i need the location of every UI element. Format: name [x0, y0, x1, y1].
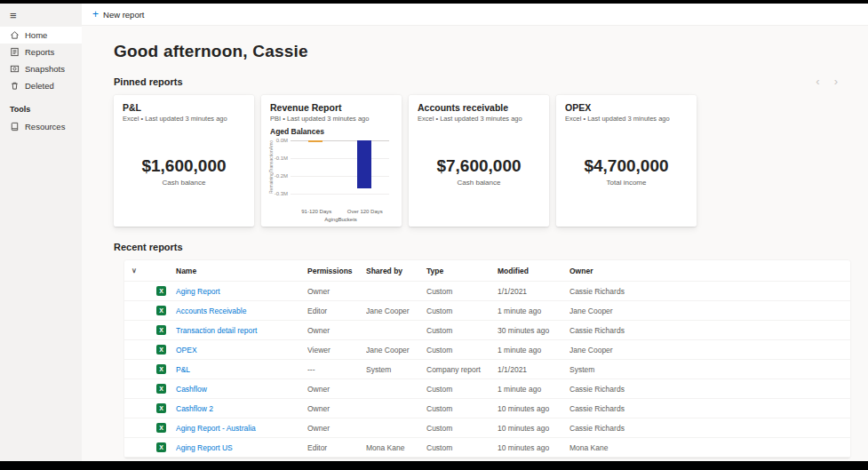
excel-file-icon: X	[156, 345, 166, 354]
chart-plot: 0.0M-0.1M-0.2M-0.3M	[291, 140, 389, 194]
cell-type: Custom	[426, 443, 498, 452]
table-header-row: ∨NamePermissionsShared byTypeModifiedOwn…	[124, 260, 850, 282]
card-value: $1,600,000	[141, 156, 226, 176]
report-name-link[interactable]: Accounts Receivable	[176, 307, 246, 315]
letterbox-bottom	[0, 461, 868, 470]
card-value: $7,600,000	[436, 156, 521, 176]
report-name-link[interactable]: Aging Report - Australia	[176, 424, 256, 433]
select-all-chevron-icon[interactable]: ∨	[131, 267, 156, 275]
recent-reports-title: Recent reports	[114, 242, 183, 252]
gridline	[291, 194, 389, 195]
column-header-name[interactable]: Name	[176, 267, 307, 275]
column-header-modified[interactable]: Modified	[498, 267, 569, 275]
deleted-icon	[10, 81, 20, 91]
card-caption: Cash balance	[163, 179, 206, 187]
report-name-link[interactable]: OPEX	[176, 346, 197, 354]
cell-modified: 1/1/2021	[498, 365, 569, 374]
pinned-card-accounts-receivable[interactable]: Accounts receivableExcel • Last updated …	[409, 95, 549, 227]
cell-modified: 1/1/2021	[498, 287, 569, 296]
cell-modified: 10 minutes ago	[498, 404, 569, 413]
excel-file-icon: X	[156, 286, 166, 296]
home-icon	[10, 30, 20, 40]
cell-permissions: Owner	[307, 404, 366, 413]
sidebar-item-reports[interactable]: Reports	[0, 44, 82, 60]
screen: ≡ HomeReportsSnapshotsDeleted Tools Reso…	[0, 0, 868, 470]
sidebar-item-deleted[interactable]: Deleted	[0, 77, 82, 94]
table-row[interactable]: XP&L---SystemCompany report1/1/2021Syste…	[124, 360, 850, 379]
sidebar-tools-nav: Resources	[0, 118, 82, 135]
topbar: + New report	[82, 4, 868, 26]
card-caption: Total income	[607, 179, 647, 187]
pinned-card-p-l[interactable]: P&LExcel • Last updated 3 minutes ago$1,…	[114, 95, 254, 227]
report-name-link[interactable]: Aging Report US	[176, 443, 233, 452]
excel-file-icon: X	[156, 306, 166, 315]
cell-type: Custom	[426, 424, 498, 433]
cell-modified: 10 minutes ago	[498, 443, 569, 452]
card-title: Revenue Report	[270, 102, 393, 113]
report-name-link[interactable]: Cashflow 2	[176, 404, 213, 413]
table-body: XAging ReportOwnerCustom1/1/2021Cassie R…	[124, 282, 850, 458]
new-report-button[interactable]: + New report	[92, 9, 144, 20]
cell-owner: Cassie Richards	[569, 404, 843, 413]
card-title: P&L	[123, 102, 245, 113]
cell-type: Custom	[426, 346, 498, 354]
sidebar-item-label: Snapshots	[25, 64, 65, 74]
table-row[interactable]: XCashflowOwnerCustom1 minute agoCassie R…	[124, 379, 850, 399]
aged-balances-chart: Aged BalancesRemainingTransactionAmount0…	[261, 123, 402, 227]
pinned-next-button[interactable]: ›	[834, 76, 838, 87]
cell-permissions: Owner	[307, 385, 366, 394]
table-row[interactable]: XOPEXViewerJane CooperCustom1 minute ago…	[124, 340, 850, 360]
pinned-card-opex[interactable]: OPEXExcel • Last updated 3 minutes ago$4…	[556, 95, 697, 227]
card-subtitle: Excel • Last updated 3 minutes ago	[418, 115, 540, 123]
chart-bar	[357, 140, 371, 188]
chart-title: Aged Balances	[270, 127, 393, 136]
cell-shared-by: Jane Cooper	[366, 307, 426, 315]
excel-file-icon: X	[156, 442, 166, 452]
table-row[interactable]: XAging ReportOwnerCustom1/1/2021Cassie R…	[124, 282, 850, 301]
column-header-type[interactable]: Type	[426, 267, 498, 275]
cell-owner: Jane Cooper	[569, 307, 843, 315]
cell-modified: 1 minute ago	[498, 385, 569, 394]
cell-type: Custom	[426, 326, 498, 335]
pinned-card-revenue-report[interactable]: Revenue ReportPBI • Last updated 3 minut…	[261, 95, 402, 227]
column-header-permissions[interactable]: Permissions	[307, 267, 366, 275]
pinned-reports-title: Pinned reports	[114, 76, 183, 87]
cell-owner: Mona Kane	[569, 443, 843, 452]
main-area: + New report Good afternoon, Cassie Pinn…	[82, 4, 868, 461]
chart-ytick: 0.0M	[276, 138, 288, 143]
hamburger-menu-icon[interactable]: ≡	[0, 4, 82, 27]
report-name-link[interactable]: Cashflow	[176, 385, 207, 394]
carousel-arrows: ‹ ›	[816, 76, 838, 87]
cell-shared-by: Mona Kane	[366, 443, 426, 452]
table-row[interactable]: XTransaction detail reportOwnerCustom30 …	[124, 321, 850, 340]
snapshots-icon	[10, 64, 20, 74]
chart-x-axis-label: AgingBuckets	[289, 217, 393, 222]
report-name-link[interactable]: Aging Report	[176, 287, 220, 296]
reports-icon	[10, 47, 20, 57]
cell-type: Company report	[426, 365, 498, 374]
sidebar-item-resources[interactable]: Resources	[0, 118, 82, 135]
report-name-link[interactable]: P&L	[176, 365, 190, 374]
table-row[interactable]: XAging Report USEditorMona KaneCustom10 …	[124, 438, 850, 458]
cell-modified: 1 minute ago	[498, 346, 569, 354]
plus-icon: +	[92, 9, 99, 20]
sidebar-item-home[interactable]: Home	[0, 27, 82, 44]
cell-permissions: Editor	[307, 307, 366, 315]
card-value: $4,700,000	[584, 156, 668, 176]
card-title: OPEX	[565, 102, 688, 113]
column-header-owner[interactable]: Owner	[569, 267, 843, 275]
pinned-prev-button[interactable]: ‹	[816, 76, 819, 87]
table-row[interactable]: XAging Report - AustraliaOwnerCustom10 m…	[124, 418, 850, 438]
cell-owner: Cassie Richards	[569, 287, 843, 296]
table-row[interactable]: XCashflow 2OwnerCustom10 minutes agoCass…	[124, 399, 850, 418]
recent-reports-table: ∨NamePermissionsShared byTypeModifiedOwn…	[124, 260, 850, 458]
column-header-shared-by[interactable]: Shared by	[366, 267, 426, 275]
pinned-cards: P&LExcel • Last updated 3 minutes ago$1,…	[114, 95, 850, 227]
app-window: ≡ HomeReportsSnapshotsDeleted Tools Reso…	[0, 4, 868, 461]
table-row[interactable]: XAccounts ReceivableEditorJane CooperCus…	[124, 301, 850, 321]
sidebar-item-snapshots[interactable]: Snapshots	[0, 60, 82, 77]
cell-permissions: Editor	[307, 443, 366, 452]
report-name-link[interactable]: Transaction detail report	[176, 326, 257, 335]
cell-owner: Jane Cooper	[569, 346, 843, 354]
pinned-section-header: Pinned reports ‹ ›	[114, 76, 850, 87]
